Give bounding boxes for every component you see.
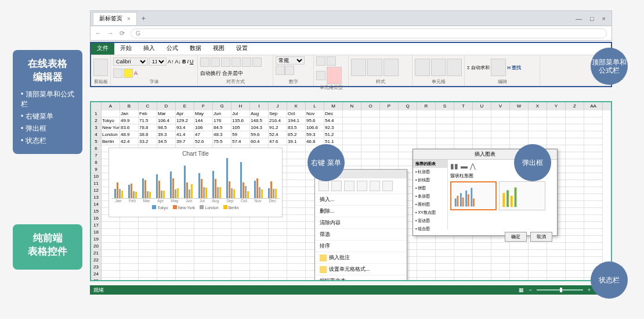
context-menu-item[interactable]: 编辑富文本... <box>315 275 407 281</box>
align-left-button[interactable] <box>231 58 241 67</box>
column-header[interactable]: Z <box>566 102 584 110</box>
context-menu-item[interactable]: 排序 <box>315 240 407 252</box>
nav-forward-icon[interactable]: → <box>107 30 114 37</box>
column-header[interactable]: H <box>231 102 250 110</box>
bold-button[interactable]: B <box>182 59 186 64</box>
cell[interactable]: 49.9 <box>120 117 139 124</box>
cell[interactable]: 91.2 <box>269 124 287 131</box>
cell-style-button[interactable] <box>383 59 399 76</box>
fill-color-button[interactable] <box>124 69 133 78</box>
cell[interactable]: 65.2 <box>287 131 306 138</box>
cell[interactable]: 51.2 <box>324 131 343 138</box>
ribbon-tab-1[interactable]: 开始 <box>114 43 138 55</box>
row-header[interactable]: 12 <box>91 187 102 194</box>
table-format-button[interactable] <box>367 59 382 76</box>
window-close-icon[interactable]: × <box>602 15 606 22</box>
celltype-button[interactable] <box>316 71 325 80</box>
row-header[interactable]: 11 <box>91 180 102 187</box>
row-header[interactable]: 19 <box>91 236 102 243</box>
row-header[interactable]: 8 <box>91 159 102 166</box>
chart-type-bar-icon[interactable]: ▮▮ <box>450 162 458 170</box>
insert-button[interactable] <box>415 59 430 76</box>
column-header[interactable]: W <box>510 102 529 110</box>
cell[interactable]: 84.5 <box>213 124 231 131</box>
cell[interactable]: 59.3 <box>306 131 324 138</box>
dialog-sidebar-item[interactable]: ▪ XY散点图 <box>413 209 447 217</box>
zoom-slider[interactable] <box>537 289 583 291</box>
zoom-out-icon[interactable]: − <box>529 287 531 293</box>
column-header[interactable]: B <box>120 102 139 110</box>
context-menu-item[interactable]: 设置单元格格式... <box>315 263 407 275</box>
row-header[interactable]: 20 <box>91 243 102 250</box>
row-header[interactable]: 21 <box>91 250 102 257</box>
format-button[interactable] <box>447 59 462 76</box>
cell[interactable]: 106 <box>194 124 213 131</box>
paste-option-icon[interactable] <box>370 181 380 191</box>
delete-button[interactable] <box>431 59 446 76</box>
cell[interactable]: 71.5 <box>139 117 157 124</box>
font-color-button[interactable]: A <box>134 70 138 76</box>
cell[interactable]: New York <box>102 124 120 131</box>
cell[interactable]: 216.4 <box>269 117 287 124</box>
font-increase-icon[interactable]: A↑ <box>168 59 174 64</box>
row-header[interactable]: 4 <box>91 131 102 138</box>
row-header[interactable]: 2 <box>91 117 102 124</box>
row-header[interactable]: 9 <box>91 166 102 173</box>
context-menu-item[interactable]: 删除... <box>315 205 407 217</box>
cell[interactable]: 54.4 <box>324 117 343 124</box>
cell[interactable]: 52.4 <box>269 131 287 138</box>
dialog-sidebar-item[interactable]: ▪ 组合图 <box>413 225 447 233</box>
context-menu-item[interactable]: 插入批注 <box>315 252 407 263</box>
column-header[interactable]: Y <box>547 102 566 110</box>
cell[interactable]: Dec <box>324 110 343 117</box>
cell[interactable]: 33.2 <box>139 138 157 145</box>
column-header[interactable]: X <box>529 102 547 110</box>
cell[interactable]: May <box>194 110 213 117</box>
column-header[interactable]: L <box>306 102 324 110</box>
window-maximize-icon[interactable]: □ <box>590 15 594 22</box>
cell[interactable]: 95.6 <box>306 117 324 124</box>
chart-type-line-icon[interactable]: ⋀ <box>470 162 476 170</box>
new-tab-icon[interactable]: + <box>142 15 146 23</box>
column-header[interactable]: U <box>473 102 491 110</box>
row-header[interactable]: 23 <box>91 264 102 271</box>
row-header[interactable]: 7 <box>91 152 102 159</box>
dialog-sidebar-item[interactable]: ▪ 面积图 <box>413 200 447 209</box>
align-right-button[interactable] <box>252 58 262 67</box>
percent-button[interactable] <box>285 66 294 75</box>
column-header[interactable]: R <box>417 102 436 110</box>
row-header[interactable]: 17 <box>91 222 102 229</box>
align-top-button[interactable] <box>200 58 209 67</box>
cell[interactable]: 92.3 <box>324 124 343 131</box>
italic-button[interactable]: I <box>187 59 189 64</box>
cell[interactable]: 39.3 <box>157 131 176 138</box>
wrap-text-button[interactable]: 自动换行 <box>200 70 221 77</box>
celltype-button[interactable] <box>327 56 336 66</box>
ribbon-tab-5[interactable]: 视图 <box>207 43 230 55</box>
number-format-select[interactable]: 常规 <box>276 56 305 64</box>
row-header[interactable]: 6 <box>91 145 102 152</box>
paste-option-icon[interactable] <box>382 181 393 191</box>
row-header[interactable]: 3 <box>91 124 102 131</box>
cell[interactable]: 75.5 <box>213 138 231 145</box>
row-header[interactable]: 5 <box>91 138 102 145</box>
cell[interactable]: 78.8 <box>139 124 157 131</box>
cell[interactable]: Sep <box>269 110 287 117</box>
column-header[interactable]: C <box>139 102 157 110</box>
column-header[interactable]: V <box>491 102 510 110</box>
ribbon-tab-6[interactable]: 设置 <box>230 43 254 55</box>
cell[interactable]: Jun <box>213 110 231 117</box>
paste-option-icon[interactable] <box>357 181 367 191</box>
font-size-select[interactable]: 11 <box>149 58 167 66</box>
nav-reload-icon[interactable]: ⟳ <box>120 30 125 37</box>
cell[interactable]: 48.3 <box>213 131 231 138</box>
chart-preview[interactable] <box>450 181 497 210</box>
cell[interactable]: 38.8 <box>139 131 157 138</box>
column-header[interactable]: G <box>213 102 231 110</box>
column-header[interactable]: T <box>454 102 473 110</box>
font-name-select[interactable]: Calibri <box>113 58 148 66</box>
row-header[interactable]: 10 <box>91 173 102 180</box>
column-header[interactable]: S <box>436 102 454 110</box>
cell[interactable] <box>102 110 120 117</box>
delete-celltype-button[interactable] <box>327 67 342 84</box>
